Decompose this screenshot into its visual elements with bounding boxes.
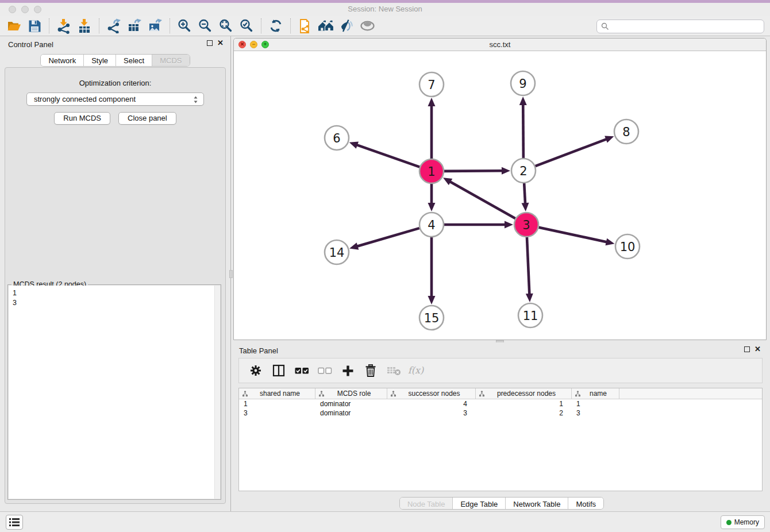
tab-network[interactable]: Network <box>41 55 83 66</box>
graph-node-1[interactable]: 1 <box>419 159 444 183</box>
graph-node-10[interactable]: 10 <box>615 234 640 259</box>
cell-name[interactable]: 1 <box>572 399 619 408</box>
graph-node-11[interactable]: 11 <box>518 303 542 327</box>
trash-icon[interactable] <box>361 361 380 380</box>
cell-shared-name[interactable]: 3 <box>239 408 315 418</box>
column-header-shared-name[interactable]: shared name <box>239 388 315 399</box>
tab-select[interactable]: Select <box>116 55 152 66</box>
float-table-panel-icon[interactable] <box>744 346 750 352</box>
graph-node-4[interactable]: 4 <box>419 213 444 237</box>
tab-style[interactable]: Style <box>83 55 116 66</box>
export-network-icon[interactable] <box>103 17 124 34</box>
close-table-panel-icon[interactable]: ✕ <box>754 346 761 352</box>
cell-MCDS-role[interactable]: dominator <box>315 408 387 418</box>
graph-node-3[interactable]: 3 <box>514 213 538 237</box>
graph-edge-1-2[interactable] <box>444 167 510 175</box>
import-table-icon[interactable] <box>74 17 95 34</box>
graph-node-9[interactable]: 9 <box>511 71 535 95</box>
tab-network-table[interactable]: Network Table <box>505 498 568 510</box>
uncheck-all-icon[interactable] <box>315 361 334 380</box>
optimization-criterion-select[interactable]: strongly connected component <box>26 92 204 106</box>
add-icon[interactable] <box>338 361 357 380</box>
graph-edge-3-10[interactable] <box>539 228 615 246</box>
memory-button[interactable]: Memory <box>721 515 765 529</box>
minimize-window-button[interactable] <box>21 6 29 13</box>
graph-edge-2-9[interactable] <box>519 97 527 158</box>
table-row[interactable]: 1dominator411 <box>239 399 762 408</box>
vertical-split-handle[interactable] <box>229 270 233 278</box>
network-maximize-button[interactable]: + <box>261 41 269 48</box>
gear-icon[interactable] <box>246 361 265 380</box>
network-close-button[interactable]: ✕ <box>238 41 246 48</box>
cell-successor-nodes[interactable]: 3 <box>387 408 476 418</box>
delete-table-icon <box>384 361 403 380</box>
graph-node-6[interactable]: 6 <box>325 126 349 150</box>
mcds-result-textarea[interactable]: 13 <box>9 286 220 499</box>
task-history-button[interactable] <box>6 515 23 530</box>
close-panel-button[interactable]: Close panel <box>118 112 176 125</box>
table-row[interactable]: 3dominator323 <box>239 408 762 418</box>
zoom-out-icon[interactable] <box>195 17 215 34</box>
birds-eye-icon[interactable] <box>357 17 378 34</box>
graph-node-2[interactable]: 2 <box>511 159 536 183</box>
tab-edge-table[interactable]: Edge Table <box>452 498 505 510</box>
column-header-name[interactable]: name <box>572 388 619 399</box>
cell-name[interactable]: 3 <box>572 408 619 418</box>
run-mcds-button[interactable]: Run MCDS <box>54 112 110 125</box>
svg-text:2: 2 <box>519 164 527 178</box>
toolbar-separator <box>261 18 261 33</box>
cell-MCDS-role[interactable]: dominator <box>315 399 387 408</box>
column-header-MCDS-role[interactable]: MCDS role <box>315 388 387 399</box>
zoom-selected-icon[interactable] <box>236 17 257 34</box>
graph-edge-2-3[interactable] <box>521 183 529 211</box>
zoom-fit-icon[interactable] <box>215 17 236 34</box>
cell-predecessor-nodes[interactable]: 1 <box>476 399 572 408</box>
network-window-titlebar[interactable]: ✕ − + scc.txt <box>234 38 766 51</box>
cell-successor-nodes[interactable]: 4 <box>387 399 476 408</box>
graph-edge-2-8[interactable] <box>536 136 614 166</box>
network-from-file-icon[interactable] <box>295 17 315 34</box>
graph-edge-3-11[interactable] <box>526 237 533 302</box>
graph-node-7[interactable]: 7 <box>419 72 444 97</box>
close-window-button[interactable] <box>9 6 16 13</box>
close-panel-icon[interactable]: ✕ <box>217 40 224 46</box>
columns-icon[interactable] <box>269 361 288 380</box>
graph-edge-4-14[interactable] <box>349 228 419 249</box>
network-canvas[interactable]: 7968124314101511 <box>234 51 766 340</box>
export-image-icon[interactable] <box>145 17 165 34</box>
show-hide-icon[interactable] <box>336 17 357 34</box>
tab-mcds[interactable]: MCDS <box>152 55 189 66</box>
zoom-window-button[interactable] <box>34 6 41 13</box>
window-traffic-lights[interactable] <box>9 6 41 13</box>
graph-edge-1-4[interactable] <box>428 184 436 211</box>
graph-node-15[interactable]: 15 <box>419 306 444 330</box>
column-header-successor-nodes[interactable]: successor nodes <box>387 388 476 399</box>
save-icon[interactable] <box>24 17 45 34</box>
check-all-icon[interactable] <box>292 361 311 380</box>
open-folder-icon[interactable] <box>3 17 24 34</box>
svg-text:15: 15 <box>424 311 440 325</box>
cell-shared-name[interactable]: 1 <box>239 399 315 408</box>
graph-edge-4-15[interactable] <box>428 237 436 304</box>
svg-text:8: 8 <box>622 125 630 139</box>
import-network-icon[interactable] <box>53 17 74 34</box>
graph-node-8[interactable]: 8 <box>614 119 638 144</box>
tab-node-table[interactable]: Node Table <box>400 498 453 510</box>
graph-edge-4-3[interactable] <box>444 221 513 229</box>
graph-node-14[interactable]: 14 <box>325 240 349 264</box>
graph-edge-1-6[interactable] <box>349 141 420 167</box>
homes-icon[interactable] <box>315 17 336 34</box>
apply-layout-icon[interactable] <box>265 17 286 34</box>
result-scrollbar[interactable] <box>214 286 220 499</box>
network-minimize-button[interactable]: − <box>250 41 257 48</box>
graph-edge-3-1[interactable] <box>443 178 515 218</box>
float-panel-icon[interactable] <box>207 40 213 46</box>
graph-edge-1-7[interactable] <box>428 98 436 159</box>
search-input[interactable] <box>596 20 764 33</box>
export-table-icon[interactable] <box>124 17 145 34</box>
zoom-in-icon[interactable] <box>174 17 195 34</box>
column-header-predecessor-nodes[interactable]: predecessor nodes <box>476 388 572 399</box>
cell-predecessor-nodes[interactable]: 2 <box>476 408 572 418</box>
column-type-icon <box>390 391 396 399</box>
tab-motifs[interactable]: Motifs <box>568 498 603 510</box>
